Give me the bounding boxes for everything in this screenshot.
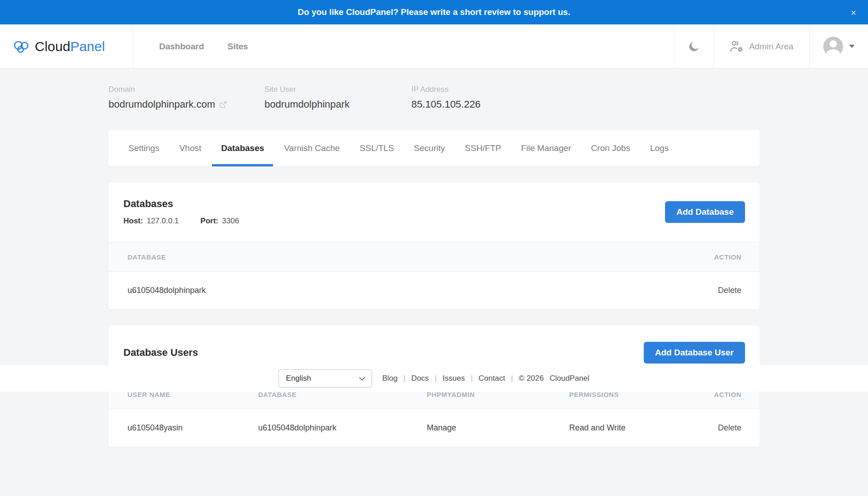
tab-cron-jobs[interactable]: Cron Jobs — [582, 130, 639, 166]
db-host-port: Host: 127.0.0.1 Port: 3306 — [123, 217, 239, 226]
databases-card: Databases Host: 127.0.0.1 Port: 3306 Add… — [108, 183, 760, 309]
site-user-block: Site User bodrumdolphinpark — [264, 85, 411, 110]
footer-link-contact[interactable]: Contact — [479, 374, 505, 383]
col-phpmyadmin: PHPMYADMIN — [427, 391, 569, 398]
domain-block: Domain bodrumdolphinpark.com — [108, 85, 264, 110]
delete-user-link[interactable]: Delete — [683, 423, 741, 433]
nav-dashboard[interactable]: Dashboard — [159, 42, 204, 52]
header: CloudPanel Dashboard Sites — [0, 24, 868, 69]
chevron-down-icon — [849, 45, 854, 48]
phpmyadmin-manage-link[interactable]: Manage — [427, 423, 569, 433]
brand-logo[interactable]: CloudPanel — [0, 24, 133, 68]
col-database: DATABASE — [258, 391, 427, 398]
ip-label: IP Address — [411, 85, 481, 94]
site-user-label: Site User — [264, 85, 411, 94]
admin-area-label: Admin Area — [749, 42, 793, 52]
database-user-row: u6105048yasin u6105048dolphinpark Manage… — [108, 409, 760, 447]
col-database: DATABASE — [127, 253, 683, 261]
domain-value: bodrumdolphinpark.com — [108, 99, 215, 110]
host-label: Host: — [123, 217, 143, 226]
tab-security[interactable]: Security — [405, 130, 454, 166]
dark-mode-toggle[interactable] — [674, 24, 713, 68]
footer-links: Blog | Docs | Issues | Contact | © 2026 … — [382, 374, 589, 383]
ip-value: 85.105.105.226 — [411, 99, 481, 110]
nav-sites[interactable]: Sites — [227, 42, 248, 52]
language-select[interactable]: English — [278, 369, 372, 387]
database-users-title: Database Users — [123, 347, 198, 359]
databases-title: Databases — [123, 198, 239, 210]
col-permissions: PERMISSIONS — [569, 391, 683, 398]
footer-copyright: © 2026 — [519, 374, 544, 383]
main-nav: Dashboard Sites — [133, 24, 674, 68]
avatar — [823, 37, 843, 57]
port-value: 3306 — [222, 217, 239, 226]
cloud-logo-icon — [14, 39, 29, 53]
site-info: Domain bodrumdolphinpark.com Site User b… — [108, 85, 868, 110]
add-database-user-button[interactable]: Add Database User — [644, 342, 745, 364]
tab-vhost[interactable]: Vhost — [170, 130, 211, 166]
moon-icon — [688, 41, 700, 52]
site-user-value: bodrumdolphinpark — [264, 99, 349, 110]
admin-area-button[interactable]: Admin Area — [713, 24, 809, 68]
review-banner-text: Do you like CloudPanel? Please write a s… — [298, 7, 571, 17]
tab-file-manager[interactable]: File Manager — [512, 130, 580, 166]
user-name: u6105048yasin — [127, 423, 258, 433]
add-database-button[interactable]: Add Database — [665, 201, 745, 223]
site-tabs: Settings Vhost Databases Varnish Cache S… — [108, 130, 760, 166]
ip-block: IP Address 85.105.105.226 — [411, 85, 481, 110]
domain-label: Domain — [108, 85, 264, 94]
language-value: English — [286, 374, 311, 383]
tab-ssl-tls[interactable]: SSL/TLS — [351, 130, 403, 166]
tab-databases[interactable]: Databases — [212, 130, 273, 166]
tab-varnish-cache[interactable]: Varnish Cache — [275, 130, 349, 166]
user-permissions: Read and Write — [569, 423, 683, 433]
database-name: u6105048dolphinpark — [127, 286, 683, 295]
tab-ssh-ftp[interactable]: SSH/FTP — [456, 130, 510, 166]
external-link-icon[interactable] — [219, 101, 227, 109]
tab-settings[interactable]: Settings — [119, 130, 169, 166]
admin-users-gear-icon — [730, 40, 744, 53]
delete-database-link[interactable]: Delete — [683, 286, 741, 295]
footer: English Blog | Docs | Issues | Contact |… — [0, 365, 868, 392]
database-row: u6105048dolphinpark Delete — [108, 272, 760, 309]
port-label: Port: — [200, 217, 218, 226]
footer-link-docs[interactable]: Docs — [411, 374, 429, 383]
footer-brand: CloudPanel — [550, 374, 590, 383]
col-action: ACTION — [683, 253, 741, 261]
col-action: ACTION — [683, 391, 741, 398]
brand-name: CloudPanel — [35, 39, 105, 54]
tab-logs[interactable]: Logs — [641, 130, 678, 166]
close-icon[interactable]: × — [851, 8, 856, 17]
footer-link-blog[interactable]: Blog — [382, 374, 397, 383]
col-user-name: USER NAME — [127, 391, 258, 398]
user-database: u6105048dolphinpark — [258, 423, 427, 433]
databases-table-header: DATABASE ACTION — [108, 242, 760, 272]
review-banner: Do you like CloudPanel? Please write a s… — [0, 0, 868, 24]
user-menu[interactable] — [809, 24, 868, 68]
footer-link-issues[interactable]: Issues — [443, 374, 465, 383]
select-chevron-icon — [359, 377, 365, 381]
host-value: 127.0.0.1 — [146, 217, 179, 226]
